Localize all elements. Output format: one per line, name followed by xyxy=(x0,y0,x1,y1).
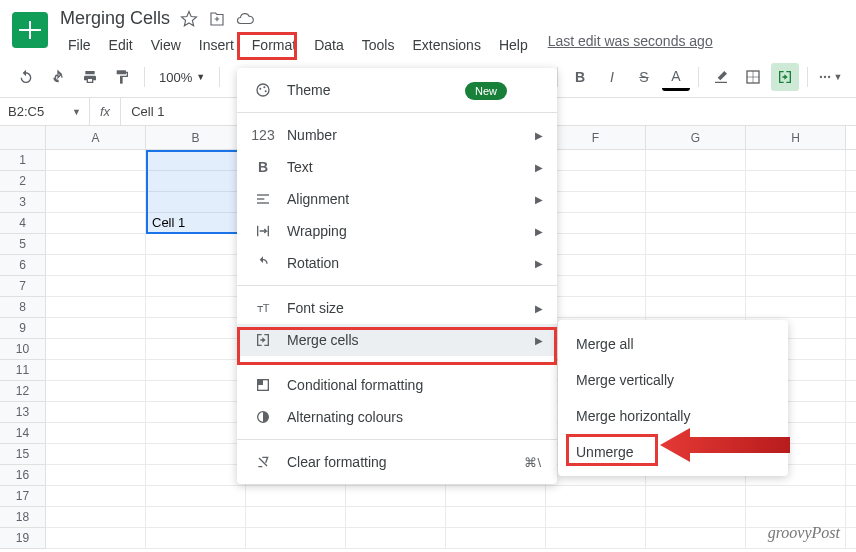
row-header[interactable]: 13 xyxy=(0,402,46,423)
row-header[interactable]: 2 xyxy=(0,171,46,192)
menu-extensions[interactable]: Extensions xyxy=(404,33,488,57)
move-icon[interactable] xyxy=(208,10,226,28)
watermark: groovyPost xyxy=(768,524,840,542)
font-size-icon: ᴛT xyxy=(253,302,273,315)
more-button[interactable]: ▼ xyxy=(816,63,844,91)
menu-clear-formatting[interactable]: Clear formatting ⌘\ xyxy=(237,446,557,478)
row-header[interactable]: 6 xyxy=(0,255,46,276)
zoom-selector[interactable]: 100% ▼ xyxy=(153,70,211,85)
star-icon[interactable] xyxy=(180,10,198,28)
chevron-right-icon: ▶ xyxy=(535,258,543,269)
menu-file[interactable]: File xyxy=(60,33,99,57)
row-header[interactable]: 11 xyxy=(0,360,46,381)
italic-button[interactable]: I xyxy=(598,63,626,91)
col-header[interactable]: F xyxy=(546,126,646,149)
row-header[interactable]: 15 xyxy=(0,444,46,465)
svg-rect-16 xyxy=(258,380,263,385)
menu-wrapping[interactable]: Wrapping ▶ xyxy=(237,215,557,247)
number-icon: 123 xyxy=(253,127,273,143)
clear-icon xyxy=(253,454,273,470)
row-header[interactable]: 12 xyxy=(0,381,46,402)
menu-number[interactable]: 123 Number ▶ xyxy=(237,119,557,151)
chevron-right-icon: ▶ xyxy=(535,130,543,141)
chevron-right-icon: ▶ xyxy=(535,194,543,205)
menu-alternating-colours[interactable]: Alternating colours xyxy=(237,401,557,433)
fill-color-button[interactable] xyxy=(707,63,735,91)
strikethrough-button[interactable]: S xyxy=(630,63,658,91)
undo-button[interactable] xyxy=(12,63,40,91)
menu-text[interactable]: B Text ▶ xyxy=(237,151,557,183)
row-header[interactable]: 19 xyxy=(0,528,46,549)
chevron-right-icon: ▶ xyxy=(535,226,543,237)
row-header[interactable]: 7 xyxy=(0,276,46,297)
menu-label: Number xyxy=(287,127,337,143)
svg-point-3 xyxy=(819,76,821,78)
row-header[interactable]: 5 xyxy=(0,234,46,255)
submenu-merge-vertically[interactable]: Merge vertically xyxy=(558,362,788,398)
menu-help[interactable]: Help xyxy=(491,33,536,57)
row-header[interactable]: 16 xyxy=(0,465,46,486)
redo-button[interactable] xyxy=(44,63,72,91)
col-header[interactable]: G xyxy=(646,126,746,149)
menu-data[interactable]: Data xyxy=(306,33,352,57)
menu-tools[interactable]: Tools xyxy=(354,33,403,57)
last-edit-link[interactable]: Last edit was seconds ago xyxy=(548,33,713,57)
menu-label: Wrapping xyxy=(287,223,347,239)
rotation-icon xyxy=(253,255,273,271)
shortcut-label: ⌘\ xyxy=(524,455,541,470)
col-header[interactable]: A xyxy=(46,126,146,149)
menu-alignment[interactable]: Alignment ▶ xyxy=(237,183,557,215)
menu-view[interactable]: View xyxy=(143,33,189,57)
row-header[interactable]: 14 xyxy=(0,423,46,444)
row-header[interactable]: 9 xyxy=(0,318,46,339)
svg-point-5 xyxy=(827,76,829,78)
menu-label: Alignment xyxy=(287,191,349,207)
merged-selection[interactable]: Cell 1 xyxy=(146,150,246,234)
formula-input[interactable]: Cell 1 xyxy=(121,104,174,119)
title-area: Merging Cells File Edit View Insert Form… xyxy=(60,8,844,57)
select-all-corner[interactable] xyxy=(0,126,46,149)
header: Merging Cells File Edit View Insert Form… xyxy=(0,0,856,57)
row-header[interactable]: 8 xyxy=(0,297,46,318)
menu-theme[interactable]: Theme New xyxy=(237,74,557,106)
row-header[interactable]: 10 xyxy=(0,339,46,360)
paint-format-button[interactable] xyxy=(108,63,136,91)
row-header[interactable]: 17 xyxy=(0,486,46,507)
bold-button[interactable]: B xyxy=(566,63,594,91)
name-box[interactable]: B2:C5▼ xyxy=(0,98,90,125)
svg-point-4 xyxy=(823,76,825,78)
row-header[interactable]: 3 xyxy=(0,192,46,213)
text-color-button[interactable]: A xyxy=(662,63,690,91)
row-header[interactable]: 1 xyxy=(0,150,46,171)
menu-label: Text xyxy=(287,159,313,175)
row-header[interactable]: 4 xyxy=(0,213,46,234)
print-button[interactable] xyxy=(76,63,104,91)
submenu-merge-all[interactable]: Merge all xyxy=(558,326,788,362)
svg-point-6 xyxy=(257,84,269,96)
menu-label: Clear formatting xyxy=(287,454,387,470)
merge-cells-button[interactable] xyxy=(771,63,799,91)
menu-conditional-formatting[interactable]: Conditional formatting xyxy=(237,369,557,401)
svg-point-9 xyxy=(265,90,267,92)
borders-button[interactable] xyxy=(739,63,767,91)
col-header[interactable]: H xyxy=(746,126,846,149)
document-title[interactable]: Merging Cells xyxy=(60,8,170,29)
cloud-icon[interactable] xyxy=(236,10,254,28)
menu-insert[interactable]: Insert xyxy=(191,33,242,57)
col-header[interactable]: B xyxy=(146,126,246,149)
menu-merge-cells[interactable]: Merge cells ▶ xyxy=(237,324,557,356)
cell-content: Cell 1 xyxy=(152,215,185,230)
chevron-right-icon: ▶ xyxy=(535,162,543,173)
row-header[interactable]: 18 xyxy=(0,507,46,528)
menu-format[interactable]: Format xyxy=(244,33,304,57)
menu-label: Theme xyxy=(287,82,331,98)
menu-font-size[interactable]: ᴛT Font size ▶ xyxy=(237,292,557,324)
text-icon: B xyxy=(253,159,273,175)
menu-rotation[interactable]: Rotation ▶ xyxy=(237,247,557,279)
chevron-right-icon: ▶ xyxy=(535,335,543,346)
menu-edit[interactable]: Edit xyxy=(101,33,141,57)
theme-icon xyxy=(253,82,273,98)
format-menu: Theme New 123 Number ▶ B Text ▶ Alignmen… xyxy=(237,68,557,484)
menu-label: Merge cells xyxy=(287,332,359,348)
annotation-arrow xyxy=(660,420,800,470)
